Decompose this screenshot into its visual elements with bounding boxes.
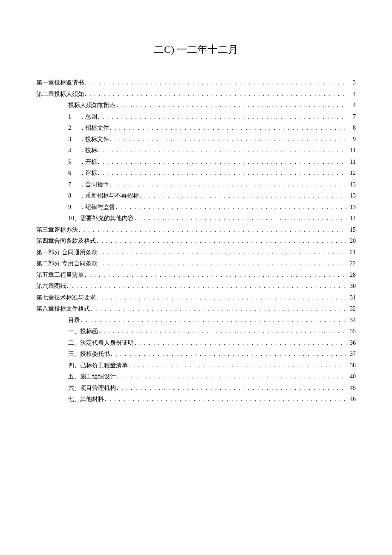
toc-row: 七、其他材料46 [36,396,356,402]
toc-row: 第二章投标人须知4 [36,91,356,97]
toc-page: 11 [347,159,356,165]
toc-page: 3 [347,80,356,86]
toc-row: 7.合同授予13 [36,182,356,188]
toc-label: 招标文件 [85,125,109,131]
toc-num: 4 [68,148,77,154]
toc-page: 34 [347,317,356,323]
toc-page: 30 [347,283,356,289]
toc-dots [98,261,347,267]
toc-row: 5.开标11 [36,159,356,165]
toc-dots [140,193,347,199]
toc-row: 第一部分 合同通用条款21 [36,250,356,256]
toc-row: 目录34 [36,317,356,323]
toc-dots [81,317,346,323]
toc-label: 总则 [85,114,97,120]
toc-dots [135,215,346,221]
toc-row: 9.纪律与监督13 [36,204,356,210]
toc-page: 13 [347,193,356,199]
toc-label: 第五章工程量清单 [36,272,84,278]
toc-row: 第六章图纸30 [36,283,356,289]
table-of-contents: 第一章投标邀请书3 第二章投标人须知4 投标人须知前附表4 1.总则7 2.招标… [36,80,356,402]
toc-page: 32 [347,306,356,312]
toc-label: 第八章投标文件格式 [36,306,90,312]
toc-dots [85,272,346,278]
toc-dots [98,250,347,256]
toc-sep: . [82,137,84,142]
toc-page: 28 [347,272,356,278]
toc-dots [99,328,346,334]
toc-dots [97,238,346,244]
toc-row: 一、投标函35 [36,328,356,334]
toc-row: 六、项目管理机构45 [36,385,356,391]
toc-row: 10、需要补充的其他内容14 [36,215,356,221]
toc-page: 15 [347,227,356,233]
toc-page: 21 [347,250,356,256]
toc-sep: . [82,114,84,120]
toc-label: 投标文件 [85,137,109,142]
toc-page: 4 [347,91,356,97]
toc-num: 1 [68,114,77,120]
toc-dots [85,80,346,86]
toc-dots [117,374,346,380]
toc-page: 4 [347,102,356,108]
toc-row: 6.评标12 [36,170,356,176]
toc-label: 四、已标价工程量清单 [68,363,128,369]
toc-row: 3.投标文件9 [36,137,356,142]
page-title: 二C) 一二年十二月 [36,43,356,56]
toc-row: 4.投标11 [36,148,356,154]
toc-row: 8.重新招标与不再招标13 [36,193,356,199]
toc-num: 2 [68,125,77,131]
toc-label: 第六章图纸 [36,283,66,289]
toc-dots [98,148,347,154]
toc-num: 8 [68,193,77,199]
toc-row: 第一章投标邀请书3 [36,80,356,86]
toc-dots [98,159,347,165]
toc-page: 37 [347,351,356,357]
toc-sep: . [82,159,84,165]
toc-page: 36 [347,340,356,346]
toc-page: 13 [347,204,356,210]
toc-dots [116,204,347,210]
toc-page: 11 [347,148,356,154]
toc-dots [111,351,346,357]
toc-label: 五、施工组织设计 [68,374,116,380]
toc-num: 9 [68,204,77,210]
toc-page: 31 [347,295,356,301]
toc-dots [67,283,346,289]
toc-page: 45 [347,385,356,391]
toc-row: 第七章技术标准与要求31 [36,295,356,301]
toc-row: 第二部分 专用合同条款22 [36,261,356,267]
toc-dots [135,340,346,346]
toc-dots [98,170,347,176]
toc-label: 三、授权委托书 [68,351,110,357]
toc-label: 第二部分 专用合同条款 [36,261,98,267]
toc-dots [117,385,346,391]
toc-label: 第四章合同条款及格式 [36,238,96,244]
toc-dots [85,91,346,97]
toc-dots [110,125,347,131]
toc-row: 四、已标价工程量清单38 [36,363,356,369]
toc-label: 六、项目管理机构 [68,385,116,391]
toc-row: 投标人须知前附表4 [36,102,356,108]
toc-label: 第一部分 合同通用条款 [36,250,98,256]
toc-label: 合同授予 [85,182,109,188]
toc-page: 8 [347,125,356,131]
toc-dots [117,102,346,108]
toc-sep: . [82,182,84,188]
toc-row: 2.招标文件8 [36,125,356,131]
toc-label: 重新招标与不再招标 [85,193,139,199]
toc-sep: . [82,193,84,199]
toc-num: 7 [68,182,77,188]
toc-page: 22 [347,261,356,267]
toc-num: 6 [68,170,77,176]
toc-label: 投标人须知前附表 [68,102,116,108]
toc-row: 五、施工组织设计40 [36,374,356,380]
toc-label: 第三章评标办法 [36,227,78,233]
toc-label: 目录 [68,317,80,323]
toc-label: 投标 [85,148,97,154]
toc-num: 3 [68,137,77,142]
toc-page: 38 [347,363,356,369]
toc-dots [110,182,347,188]
toc-page: 12 [347,170,356,176]
toc-sep: . [82,148,84,154]
